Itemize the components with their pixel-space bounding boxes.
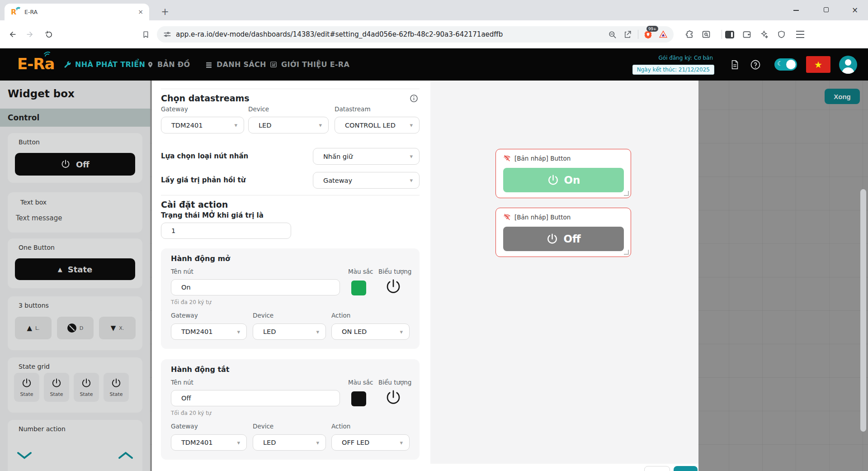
menu-icon[interactable]: [794, 28, 807, 41]
widget-card-state-grid[interactable]: State grid State State State State: [8, 357, 142, 413]
gateway-select[interactable]: TDM2401▾: [161, 117, 244, 133]
search-tabs-icon[interactable]: [700, 28, 712, 41]
nav-item-list[interactable]: DANH SÁCH: [205, 48, 266, 81]
color-swatch-black[interactable]: [351, 391, 366, 406]
browser-tab[interactable]: R E-RA ×: [5, 4, 149, 20]
preview-on-button[interactable]: On: [503, 168, 624, 192]
action-off-device-select[interactable]: LED▾: [253, 434, 326, 451]
sidebar-section-control[interactable]: Control: [0, 109, 150, 127]
action-on-gateway-select[interactable]: TDM2401▾: [171, 324, 247, 340]
gateway-label: Gateway: [171, 312, 198, 319]
resize-handle[interactable]: [624, 191, 629, 196]
brave-rewards-icon[interactable]: 99+: [642, 29, 654, 40]
action-settings-title: Cài đặt action: [161, 200, 228, 209]
app-navbar: E-Ra NHÀ PHÁT TRIỂN BẢN ĐỒ DANH SÁCH GIỚ…: [0, 48, 868, 81]
three-buttons-stop[interactable]: D: [57, 317, 94, 339]
shield-icon[interactable]: [775, 28, 788, 41]
nav-item-developer[interactable]: NHÀ PHÁT TRIỂN: [63, 48, 145, 81]
color-label: Màu sắc: [348, 268, 373, 275]
three-buttons-up[interactable]: ▲L.: [15, 317, 52, 339]
datastreams-section-title: Chọn datastreams: [161, 93, 250, 103]
caret-down-icon: ▾: [319, 122, 322, 128]
url-text[interactable]: app.e-ra.io/dev-mode/dashboards/14383/ed…: [176, 30, 603, 38]
action-off-title: Hành động tắt: [171, 365, 230, 374]
button-name-input[interactable]: [171, 279, 340, 295]
window-maximize-button[interactable]: [819, 5, 833, 15]
feedback-source-select[interactable]: Gateway▾: [313, 172, 420, 189]
language-flag-vietnam[interactable]: ★: [806, 56, 830, 73]
map-pin-icon: [147, 61, 154, 69]
widget-card-one-button[interactable]: One Button ▲ State: [8, 238, 142, 288]
help-icon[interactable]: [750, 59, 761, 70]
state-grid-item[interactable]: State: [74, 373, 99, 402]
sidebar-toggle-icon[interactable]: [723, 28, 736, 41]
url-bar[interactable]: app.e-ra.io/dev-mode/dashboards/14383/ed…: [157, 26, 674, 43]
toggle-knob: [786, 60, 796, 69]
share-icon[interactable]: [622, 29, 633, 40]
action-off-gateway-select[interactable]: TDM2401▾: [171, 434, 247, 451]
action-on-device-select[interactable]: LED▾: [253, 324, 326, 340]
action-on-action-select[interactable]: ON LED▾: [331, 324, 410, 340]
button-name-label: Tên nút: [171, 379, 193, 386]
color-swatch-green[interactable]: [351, 281, 366, 295]
window-minimize-button[interactable]: [789, 5, 803, 15]
button-icon-picker[interactable]: [385, 389, 402, 406]
preview-widget-on[interactable]: [Bản nháp] Button On: [495, 149, 631, 198]
widget-box-sidebar: Widget box Control Button Off Text box T…: [0, 81, 150, 471]
preview-off-button[interactable]: Off: [503, 227, 624, 251]
widget-card-number-action[interactable]: Number action: [8, 420, 142, 471]
forward-button[interactable]: [24, 28, 36, 41]
widget-card-button[interactable]: Button Off: [8, 133, 142, 183]
button-icon-picker[interactable]: [385, 278, 402, 295]
button-name-input[interactable]: [171, 390, 340, 406]
page-scrollbar-thumb[interactable]: [860, 189, 866, 432]
nav-item-map[interactable]: BẢN ĐỒ: [147, 48, 190, 81]
docs-icon[interactable]: [730, 59, 740, 70]
user-avatar[interactable]: [839, 56, 857, 74]
chevron-down-icon[interactable]: [16, 450, 33, 461]
button-name-label: Tên nút: [171, 268, 193, 275]
tab-title: E-RA: [24, 9, 137, 15]
bat-icon[interactable]: [657, 29, 669, 40]
back-button[interactable]: [6, 28, 19, 41]
urlbar-divider: [638, 30, 638, 39]
chevron-up-icon[interactable]: [117, 450, 134, 461]
wrench-icon: [63, 61, 71, 69]
button-type-select[interactable]: Nhấn giữ▾: [313, 148, 420, 165]
dark-mode-toggle[interactable]: ☾: [774, 58, 797, 71]
state-grid-item[interactable]: State: [44, 373, 69, 402]
leo-ai-icon[interactable]: [758, 28, 770, 41]
preview-widget-off[interactable]: [Bản nháp] Button Off: [495, 208, 631, 257]
power-icon: [21, 378, 32, 389]
three-buttons-down[interactable]: ▼X.: [99, 317, 136, 339]
widget-box-title: Widget box: [8, 88, 75, 100]
nav-item-about[interactable]: GIỚI THIỆU E-RA: [269, 48, 349, 81]
site-settings-icon[interactable]: [163, 30, 171, 38]
widget-card-textbox[interactable]: Text box Text message: [8, 192, 142, 233]
on-state-value-input[interactable]: [161, 223, 291, 239]
one-button-widget-preview[interactable]: ▲ State: [15, 258, 135, 280]
datastream-select[interactable]: CONTROLL LED▾: [335, 117, 420, 133]
color-label: Màu sắc: [348, 379, 373, 386]
state-grid-item[interactable]: State: [104, 373, 129, 402]
button-widget-preview[interactable]: Off: [15, 153, 135, 176]
bookmark-icon[interactable]: [139, 28, 152, 41]
widget-card-three-buttons[interactable]: 3 buttons ▲L. D ▼X.: [8, 296, 142, 350]
reload-button[interactable]: [42, 28, 55, 41]
resize-handle[interactable]: [624, 250, 629, 255]
info-icon[interactable]: [410, 94, 418, 103]
action-off-action-select[interactable]: OFF LED▾: [331, 434, 410, 451]
state-grid-item[interactable]: State: [14, 373, 39, 402]
wallet-icon[interactable]: [741, 28, 753, 41]
power-icon: [51, 378, 62, 389]
device-select[interactable]: LED▾: [248, 117, 329, 133]
save-button[interactable]: [674, 466, 698, 471]
zoom-out-icon[interactable]: [606, 29, 618, 40]
era-logo[interactable]: E-Ra: [17, 55, 54, 73]
tab-close-icon[interactable]: ×: [137, 8, 145, 16]
new-tab-button[interactable]: +: [159, 6, 171, 18]
window-close-button[interactable]: ×: [848, 5, 862, 15]
done-button[interactable]: Xong: [825, 89, 860, 104]
extensions-icon[interactable]: [684, 28, 696, 41]
cancel-button[interactable]: [644, 466, 670, 471]
